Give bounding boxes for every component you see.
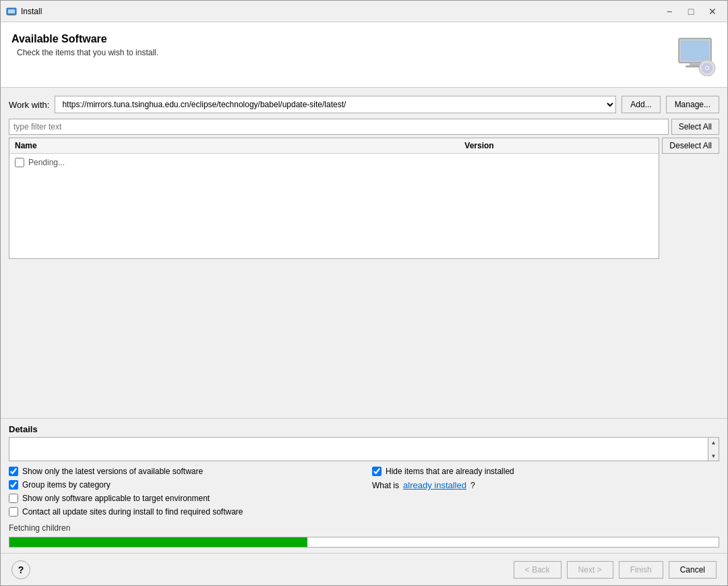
details-scrollbar: ▲ ▼: [708, 438, 719, 461]
header-title: Available Software: [11, 33, 673, 45]
details-section: Details ▲ ▼: [1, 421, 727, 461]
titlebar: Install − □ ✕: [1, 1, 727, 22]
row-name: Pending...: [28, 158, 65, 167]
option-group-checkbox[interactable]: [9, 480, 18, 490]
work-with-row: Work with: https://mirrors.tuna.tsinghua…: [9, 96, 719, 113]
window-controls: − □ ✕: [660, 4, 722, 19]
option-contact-label: Contact all update sites during install …: [22, 507, 243, 517]
select-all-button[interactable]: Select All: [671, 119, 719, 135]
software-table: Name Version Pending...: [9, 138, 659, 259]
close-button[interactable]: ✕: [703, 4, 722, 19]
header-subtitle: Check the items that you wish to install…: [17, 48, 673, 57]
main-area: Work with: https://mirrors.tuna.tsinghua…: [1, 88, 727, 415]
column-version: Version: [464, 141, 653, 150]
table-header: Name Version: [9, 138, 659, 154]
svg-rect-6: [690, 63, 700, 65]
bottom-bar: ? < Back Next > Finish Cancel: [1, 553, 727, 585]
option-group-label: Group items by category: [22, 480, 111, 490]
option-latest-label: Show only the latest versions of availab…: [22, 467, 203, 476]
option-target-checkbox[interactable]: [9, 494, 18, 503]
progress-section: [1, 535, 727, 553]
progress-bar-outer: [9, 537, 719, 548]
options-section: Show only the latest versions of availab…: [1, 461, 727, 522]
option-row-5: Hide items that are already installed: [372, 467, 719, 476]
options-right: Hide items that are already installed Wh…: [372, 467, 719, 517]
install-logo: [673, 33, 717, 76]
work-with-label: Work with:: [9, 100, 49, 110]
progress-bar-inner: [9, 537, 307, 547]
separator-1: [1, 418, 727, 419]
already-installed-link[interactable]: already installed: [403, 480, 466, 490]
svg-point-11: [706, 67, 708, 69]
option-target-label: Show only software applicable to target …: [22, 494, 210, 503]
add-button[interactable]: Add...: [621, 96, 660, 113]
table-body: Pending...: [9, 154, 659, 258]
svg-rect-5: [681, 40, 709, 61]
svg-rect-2: [9, 13, 13, 15]
option-hide-checkbox[interactable]: [372, 467, 382, 476]
minimize-button[interactable]: −: [660, 4, 679, 19]
option-row-4: Contact all update sites during install …: [9, 507, 356, 517]
options-left: Show only the latest versions of availab…: [9, 467, 356, 517]
finish-button[interactable]: Finish: [619, 561, 663, 579]
window-title: Install: [21, 7, 660, 16]
cancel-button[interactable]: Cancel: [669, 561, 717, 579]
help-button[interactable]: ?: [11, 560, 30, 579]
option-row-2: Group items by category: [9, 480, 356, 490]
option-latest-checkbox[interactable]: [9, 467, 18, 476]
status-text: Fetching children: [9, 523, 70, 533]
work-with-dropdown[interactable]: https://mirrors.tuna.tsinghua.edu.cn/ecl…: [55, 96, 616, 113]
details-box: ▲ ▼: [9, 437, 719, 461]
column-name: Name: [15, 141, 464, 150]
option-whatis-suffix: ?: [471, 481, 475, 490]
row-checkbox[interactable]: [15, 158, 24, 167]
install-window: Install − □ ✕ Available Software Check t…: [0, 0, 728, 586]
option-whatis-prefix: What is: [372, 481, 399, 490]
svg-rect-3: [8, 15, 15, 16]
filter-input[interactable]: [9, 119, 669, 135]
deselect-all-button[interactable]: Deselect All: [662, 138, 719, 154]
back-button[interactable]: < Back: [514, 561, 562, 579]
option-row-6: What is already installed ?: [372, 480, 719, 490]
window-icon: [6, 6, 17, 17]
status-section: Fetching children: [1, 522, 727, 535]
header-text: Available Software Check the items that …: [11, 33, 673, 57]
table-row: Pending...: [15, 156, 653, 169]
svg-rect-1: [8, 9, 15, 13]
option-hide-label: Hide items that are already installed: [386, 467, 514, 476]
details-label: Details: [9, 424, 719, 434]
next-button[interactable]: Next >: [567, 561, 613, 579]
manage-button[interactable]: Manage...: [666, 96, 719, 113]
maximize-button[interactable]: □: [681, 4, 700, 19]
header-section: Available Software Check the items that …: [1, 22, 727, 88]
scroll-down-arrow[interactable]: ▼: [709, 451, 719, 461]
option-row-1: Show only the latest versions of availab…: [9, 467, 356, 476]
scroll-up-arrow[interactable]: ▲: [709, 438, 719, 447]
option-row-3: Show only software applicable to target …: [9, 494, 356, 503]
option-contact-checkbox[interactable]: [9, 507, 18, 517]
